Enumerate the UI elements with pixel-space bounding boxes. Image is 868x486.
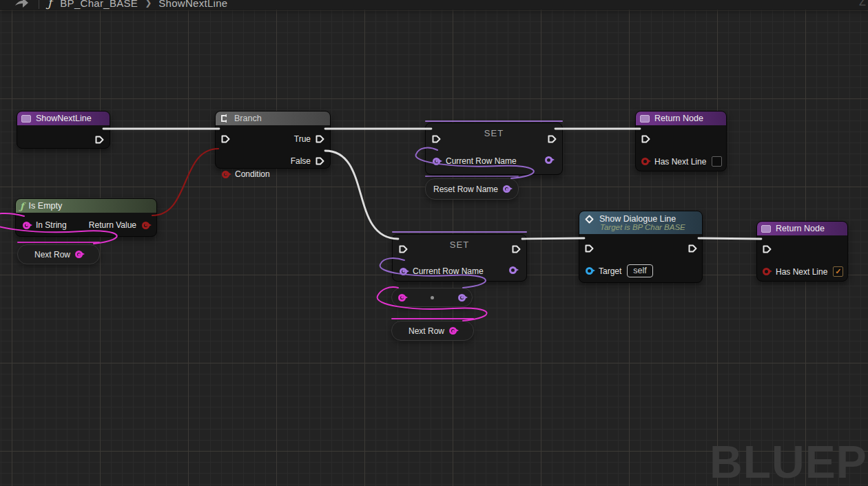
- node-subtitle: Target is BP Char BASE: [600, 223, 685, 231]
- breadcrumb-blueprint[interactable]: BP_Char_BASE: [60, 0, 138, 9]
- exec-input-pin[interactable]: [397, 244, 409, 255]
- getter-label: Next Row: [34, 250, 70, 260]
- has-next-line-label: Has Next Line: [654, 157, 706, 167]
- branch-icon: [220, 114, 229, 123]
- node-return-top[interactable]: Return Node Has Next Line: [635, 111, 727, 171]
- return-value-label: Return Value: [89, 220, 136, 230]
- node-title: Return Node: [776, 224, 825, 233]
- node-shownextline[interactable]: ShowNextLine: [17, 111, 110, 149]
- node-branch[interactable]: Branch Condition True False: [215, 111, 331, 169]
- current-row-name-out-pin[interactable]: [545, 156, 552, 164]
- set-title: SET: [393, 240, 526, 250]
- getter-accent: [425, 176, 519, 177]
- node-return-right[interactable]: Return Node Has Next Line ✓: [756, 221, 848, 282]
- function-result-icon: [640, 115, 650, 123]
- node-title: ShowNextLine: [36, 114, 92, 123]
- current-row-name-out-pin[interactable]: [509, 266, 517, 274]
- zoom-indicator: Z: [859, 0, 866, 8]
- set-accent: [392, 231, 527, 233]
- function-result-icon: [761, 225, 771, 233]
- false-exec-pin[interactable]: [314, 156, 325, 167]
- exec-input-pin[interactable]: [640, 134, 651, 145]
- has-next-line-pin[interactable]: [641, 158, 649, 165]
- has-next-line-pin[interactable]: [763, 268, 770, 275]
- conversion-out-pin[interactable]: [458, 294, 466, 302]
- has-next-line-checkbox[interactable]: ✓: [833, 266, 843, 277]
- set-accent: [425, 120, 563, 122]
- exec-output-pin[interactable]: [687, 243, 698, 254]
- breadcrumb-bar: ƒ BP_Char_BASE ❯ ShowNextLine: [0, 0, 868, 10]
- getter-accent: [17, 242, 100, 243]
- true-exec-pin[interactable]: [314, 134, 325, 145]
- exec-input-pin[interactable]: [220, 134, 231, 145]
- node-set-current-row-name-mid[interactable]: SET Current Row Name: [392, 234, 527, 282]
- true-label: True: [294, 134, 311, 144]
- node-header: Branch: [216, 112, 330, 125]
- target-self-field[interactable]: self: [627, 264, 652, 277]
- go-forward-arrow-icon[interactable]: [14, 0, 29, 8]
- node-header: Show Dialogue Line Target is BP Char BAS…: [579, 211, 702, 234]
- in-string-label: In String: [36, 220, 67, 230]
- node-string-to-name-conversion[interactable]: [391, 288, 473, 307]
- exec-input-pin[interactable]: [761, 244, 772, 255]
- exec-input-pin[interactable]: [431, 134, 442, 145]
- node-is-empty[interactable]: ƒ Is Empty In String Return Value: [15, 198, 157, 237]
- node-title: Is Empty: [29, 201, 63, 211]
- exec-output-pin[interactable]: [510, 244, 521, 255]
- current-row-name-pin[interactable]: [433, 158, 440, 165]
- breadcrumb-chevron-icon: ❯: [145, 0, 152, 8]
- conversion-in-pin[interactable]: [398, 294, 406, 302]
- node-header: ƒ Is Empty: [16, 199, 156, 213]
- toolbar-divider: [39, 0, 39, 9]
- node-header: Return Node: [636, 112, 726, 125]
- node-show-dialogue-line[interactable]: Show Dialogue Line Target is BP Char BAS…: [579, 211, 703, 283]
- exec-output-pin[interactable]: [94, 134, 105, 145]
- getter-next-row-2[interactable]: Next Row: [391, 321, 474, 341]
- reset-row-name-pin[interactable]: [503, 185, 510, 193]
- getter-label: Reset Row Name: [433, 184, 498, 194]
- target-pin[interactable]: [586, 267, 593, 275]
- has-next-line-checkbox[interactable]: [712, 156, 722, 167]
- function-call-icon: [585, 215, 594, 224]
- function-entry-icon: [21, 115, 31, 123]
- node-set-current-row-name-top[interactable]: SET Current Row Name: [425, 123, 563, 175]
- condition-label: Condition: [235, 169, 270, 179]
- set-title: SET: [426, 128, 562, 138]
- current-row-name-pin[interactable]: [400, 268, 407, 275]
- node-title: Show Dialogue Line: [599, 214, 676, 224]
- current-row-name-label: Current Row Name: [446, 156, 517, 166]
- next-row-pin[interactable]: [449, 327, 457, 335]
- pure-function-icon: ƒ: [20, 201, 24, 211]
- node-header: Return Node: [757, 222, 847, 235]
- node-title: Branch: [234, 114, 262, 123]
- blueprint-watermark: BLUEPRINT: [710, 439, 868, 485]
- graph-canvas[interactable]: BLUEPRINT ShowNextLine Branch: [0, 10, 868, 486]
- in-string-pin[interactable]: [23, 222, 30, 229]
- function-icon: ƒ: [48, 0, 52, 10]
- target-label: Target: [599, 266, 621, 276]
- current-row-name-label: Current Row Name: [413, 266, 484, 276]
- has-next-line-label: Has Next Line: [776, 267, 827, 277]
- false-label: False: [291, 156, 311, 166]
- breadcrumb-function[interactable]: ShowNextLine: [158, 0, 227, 9]
- next-row-pin[interactable]: [75, 251, 83, 258]
- node-header: ShowNextLine: [17, 112, 110, 125]
- getter-accent: [391, 318, 474, 319]
- getter-label: Next Row: [409, 326, 444, 336]
- exec-output-pin[interactable]: [546, 134, 557, 145]
- condition-pin[interactable]: [222, 171, 229, 178]
- exec-input-pin[interactable]: [583, 243, 595, 254]
- getter-reset-row-name[interactable]: Reset Row Name: [425, 178, 519, 200]
- node-title: Return Node: [654, 114, 703, 123]
- blueprint-editor: ƒ BP_Char_BASE ❯ ShowNextLine Z BLUEPRIN…: [0, 0, 868, 486]
- conversion-dot: [431, 296, 434, 299]
- return-value-pin[interactable]: [142, 222, 149, 229]
- getter-next-row-1[interactable]: Next Row: [17, 244, 100, 264]
